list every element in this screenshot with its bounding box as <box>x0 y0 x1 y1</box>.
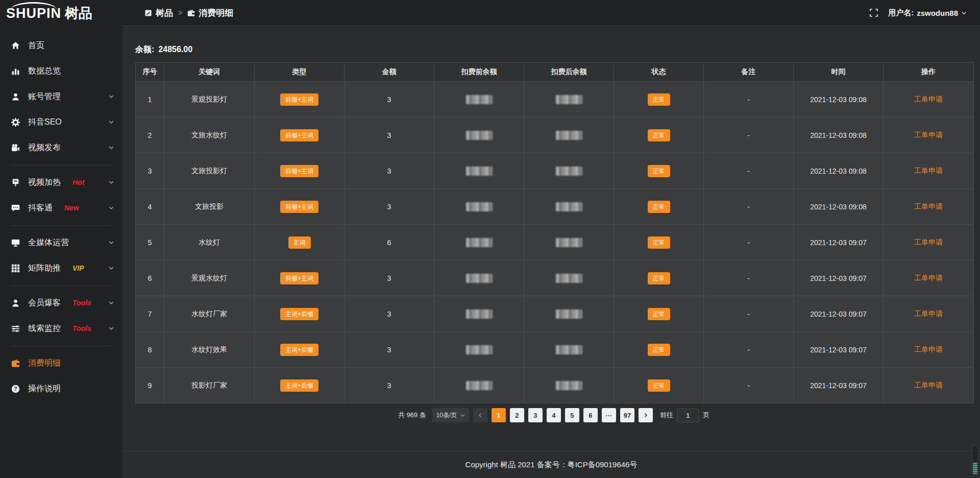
table-row: 3 文旅投影灯 前缀+主词 3 正常 - 2021-12-03 09:08 工单… <box>136 153 974 189</box>
cell-keyword: 水纹灯 <box>164 225 255 260</box>
tools-tag: Tools <box>72 299 91 307</box>
cell-keyword: 投影灯厂家 <box>164 368 255 403</box>
wallet-icon <box>11 358 20 368</box>
sidebar: SHUPIN 树品 首页 数据总览 账号管理 抖音SEO 视频发布 <box>0 0 122 478</box>
sidebar-item-label: 矩阵助推 <box>28 263 61 274</box>
sidebar-item-consumption-detail[interactable]: 消费明细 <box>0 350 122 376</box>
cell-amount: 3 <box>345 332 434 368</box>
chevron-down-icon <box>108 240 114 246</box>
sidebar-item-douketong[interactable]: 抖客通 New <box>0 195 122 221</box>
page-button-3[interactable]: 3 <box>528 408 543 422</box>
cell-amount: 3 <box>345 82 434 117</box>
ticket-apply-link[interactable]: 工单申请 <box>914 381 943 389</box>
sidebar-item-media-operation[interactable]: 全媒体运营 <box>0 230 122 255</box>
redacted-value <box>466 95 493 104</box>
copyright-text: Copyright 树品 2021 备案号：粤ICP备09019646号 <box>465 460 638 470</box>
page-button-last[interactable]: 97 <box>620 408 634 422</box>
type-badge: 前缀+主词 <box>280 201 318 213</box>
cell-index: 9 <box>136 368 164 403</box>
table-row: 4 文旅投影 前缀+主词 3 正常 - 2021-12-03 09:08 工单申… <box>136 189 974 225</box>
ticket-apply-link[interactable]: 工单申请 <box>914 274 943 282</box>
sidebar-item-label: 操作说明 <box>28 384 61 394</box>
breadcrumb-current[interactable]: 消费明细 <box>187 7 233 19</box>
type-badge: 主词+后缀 <box>280 308 318 320</box>
table-row: 5 水纹灯 主词 6 正常 - 2021-12-03 09:07 工单申请 <box>136 225 974 260</box>
table-row: 7 水纹灯厂家 主词+后缀 3 正常 - 2021-12-03 09:07 工单… <box>136 296 974 332</box>
cell-time: 2021-12-03 09:07 <box>794 225 884 260</box>
breadcrumb-root[interactable]: 树品 <box>144 7 173 19</box>
sidebar-item-lead-monitor[interactable]: 线索监控 Tools <box>0 316 122 341</box>
user-menu[interactable]: 用户名: zswodun88 <box>888 8 967 18</box>
topbar: 树品 > 消费明细 用户名: zswodun88 <box>122 0 980 26</box>
redacted-value <box>466 131 493 140</box>
ticket-apply-link[interactable]: 工单申请 <box>914 131 943 139</box>
status-badge: 正常 <box>648 379 670 392</box>
table-row: 2 文旅水纹灯 前缀+主词 3 正常 - 2021-12-03 09:08 工单… <box>136 117 974 153</box>
ticket-apply-link[interactable]: 工单申请 <box>914 309 943 318</box>
cell-index: 5 <box>136 225 164 260</box>
sidebar-item-data-overview[interactable]: 数据总览 <box>0 58 122 84</box>
sidebar-item-video-publish[interactable]: 视频发布 <box>0 135 122 160</box>
ticket-apply-link[interactable]: 工单申请 <box>914 166 943 175</box>
cell-status: 正常 <box>614 225 704 260</box>
goto-page-input[interactable] <box>677 409 699 422</box>
cell-balance-after <box>524 153 614 189</box>
redacted-value <box>466 274 493 283</box>
ticket-apply-link[interactable]: 工单申请 <box>914 202 943 210</box>
status-badge: 正常 <box>648 236 670 249</box>
username-label: 用户名: <box>888 8 914 18</box>
sidebar-item-douyin-seo[interactable]: 抖音SEO <box>0 109 122 135</box>
ticket-apply-link[interactable]: 工单申请 <box>914 95 943 103</box>
type-badge: 前缀+主词 <box>280 165 318 177</box>
cell-action: 工单申请 <box>884 260 974 296</box>
pagination: 共 969 条 10条/页 1 2 3 4 5 6 ··· 97 前往 页 <box>135 408 972 422</box>
cell-status: 正常 <box>614 296 704 332</box>
consumption-table: 序号 关键词 类型 金额 扣费前余额 扣费后余额 状态 备注 时间 操作 1 景… <box>135 62 974 403</box>
page-button-1[interactable]: 1 <box>492 408 506 422</box>
fullscreen-icon[interactable] <box>870 9 878 17</box>
prev-page-button[interactable] <box>473 408 487 422</box>
sidebar-item-matrix-boost[interactable]: 矩阵助推 VIP <box>0 255 122 281</box>
sidebar-item-label: 视频加热 <box>28 177 61 188</box>
gear-icon <box>11 117 20 127</box>
redacted-value <box>466 381 493 390</box>
sidebar-item-instructions[interactable]: ? 操作说明 <box>0 376 122 401</box>
chevron-down-icon <box>108 119 114 125</box>
chevron-down-icon <box>108 93 114 100</box>
next-page-button[interactable] <box>639 408 653 422</box>
table-row: 6 景观水纹灯 前缀+主词 3 正常 - 2021-12-03 09:07 工单… <box>136 260 974 296</box>
ticket-apply-link[interactable]: 工单申请 <box>914 345 943 353</box>
cell-amount: 3 <box>345 296 434 332</box>
sidebar-divider <box>10 285 112 286</box>
browser-extension-widget[interactable] <box>972 445 978 475</box>
page-button-2[interactable]: 2 <box>510 408 524 422</box>
member-icon <box>11 298 20 307</box>
sidebar-item-member-burst[interactable]: 会员爆客 Tools <box>0 290 122 316</box>
redacted-value <box>556 166 582 176</box>
sidebar-item-video-heat[interactable]: 视频加热 Hot <box>0 170 122 195</box>
sidebar-item-account[interactable]: 账号管理 <box>0 84 122 109</box>
goto-page: 前往 页 <box>660 409 709 422</box>
sidebar-item-label: 全媒体运营 <box>28 237 69 248</box>
page-ellipsis[interactable]: ··· <box>602 408 616 422</box>
page-button-5[interactable]: 5 <box>565 408 579 422</box>
wallet-icon <box>187 9 195 17</box>
cell-keyword: 文旅投影灯 <box>164 153 255 189</box>
cell-remark: - <box>704 117 794 153</box>
chevron-down-icon <box>108 205 114 211</box>
page-size-select[interactable]: 10条/页 <box>432 408 469 422</box>
page-button-4[interactable]: 4 <box>547 408 561 422</box>
sidebar-divider <box>10 225 112 226</box>
page-button-6[interactable]: 6 <box>583 408 598 422</box>
hot-tag: Hot <box>72 178 84 186</box>
cell-action: 工单申请 <box>884 153 974 189</box>
ticket-apply-link[interactable]: 工单申请 <box>914 238 943 246</box>
cell-action: 工单申请 <box>884 117 974 153</box>
sidebar-item-home[interactable]: 首页 <box>0 33 122 58</box>
cell-balance-before <box>434 153 524 189</box>
filter-sliders-icon <box>11 324 20 333</box>
redacted-value <box>556 131 582 140</box>
cell-balance-before <box>434 332 524 368</box>
cell-keyword: 文旅投影 <box>164 189 255 225</box>
chevron-down-icon <box>961 10 967 16</box>
